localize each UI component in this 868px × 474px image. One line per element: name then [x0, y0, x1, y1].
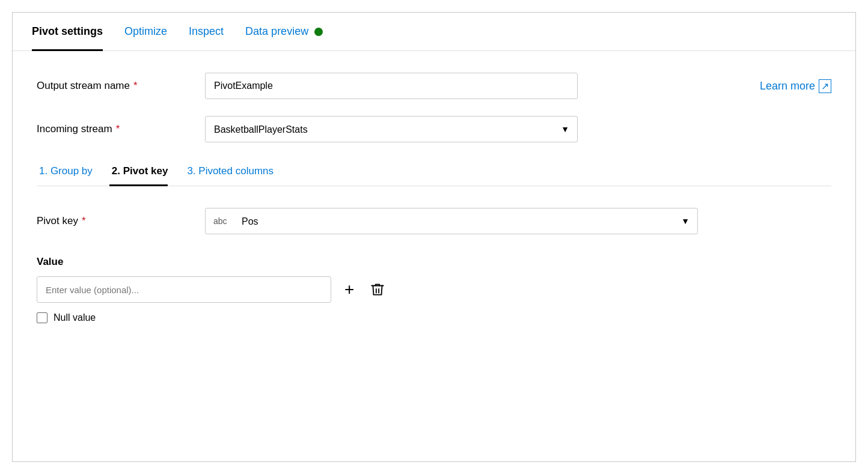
pivot-key-required: * — [82, 215, 86, 227]
value-section-label: Value — [37, 256, 831, 268]
output-stream-label: Output stream name * — [37, 80, 205, 92]
learn-more-label: Learn more — [760, 80, 815, 93]
tab-pivot-settings[interactable]: Pivot settings — [32, 13, 103, 50]
trash-icon — [370, 282, 385, 297]
output-stream-row: Output stream name * Learn more ↗ — [37, 73, 831, 99]
incoming-stream-select[interactable]: BasketballPlayerStats — [205, 116, 578, 142]
tab-bar: Pivot settings Optimize Inspect Data pre… — [13, 13, 855, 51]
tab-inspect-label: Inspect — [189, 25, 224, 38]
sub-tab-bar: 1. Group by 2. Pivot key 3. Pivoted colu… — [37, 159, 831, 186]
value-input[interactable] — [37, 276, 331, 303]
tab-inspect[interactable]: Inspect — [189, 13, 224, 50]
null-value-row: Null value — [37, 312, 831, 323]
content-area: Output stream name * Learn more ↗ Incomi… — [13, 51, 855, 347]
learn-more-link[interactable]: Learn more ↗ — [760, 79, 831, 93]
pivot-key-row: Pivot key * abc Pos ▼ — [37, 208, 831, 234]
data-preview-status-dot — [314, 28, 323, 36]
add-icon: + — [344, 280, 354, 299]
incoming-stream-required: * — [116, 123, 120, 135]
incoming-stream-row: Incoming stream * BasketballPlayerStats … — [37, 116, 831, 142]
tab-optimize-label: Optimize — [124, 25, 167, 38]
sub-tab-group-by[interactable]: 1. Group by — [37, 159, 109, 186]
null-value-checkbox[interactable] — [37, 312, 47, 323]
pivot-key-select[interactable]: Pos — [205, 208, 698, 234]
output-stream-required: * — [133, 80, 138, 92]
pivot-settings-panel: Pivot settings Optimize Inspect Data pre… — [12, 12, 856, 462]
tab-optimize[interactable]: Optimize — [124, 13, 167, 50]
tab-pivot-settings-label: Pivot settings — [32, 25, 103, 38]
incoming-stream-select-wrapper: BasketballPlayerStats ▼ — [205, 116, 578, 142]
value-section: Value + Null value — [37, 256, 831, 323]
sub-tab-pivot-key[interactable]: 2. Pivot key — [109, 159, 185, 186]
value-row: + — [37, 276, 831, 303]
sub-tab-pivoted-columns[interactable]: 3. Pivoted columns — [185, 159, 290, 186]
pivot-key-label: Pivot key * — [37, 215, 205, 227]
tab-data-preview[interactable]: Data preview — [245, 13, 323, 50]
output-stream-input[interactable] — [205, 73, 578, 99]
external-link-icon: ↗ — [819, 79, 831, 93]
tab-data-preview-label: Data preview — [245, 25, 308, 38]
null-value-label: Null value — [53, 312, 96, 323]
pivot-key-select-wrapper: abc Pos ▼ — [205, 208, 698, 234]
add-value-button[interactable]: + — [342, 279, 356, 300]
incoming-stream-label: Incoming stream * — [37, 123, 205, 135]
delete-value-button[interactable] — [367, 281, 388, 299]
